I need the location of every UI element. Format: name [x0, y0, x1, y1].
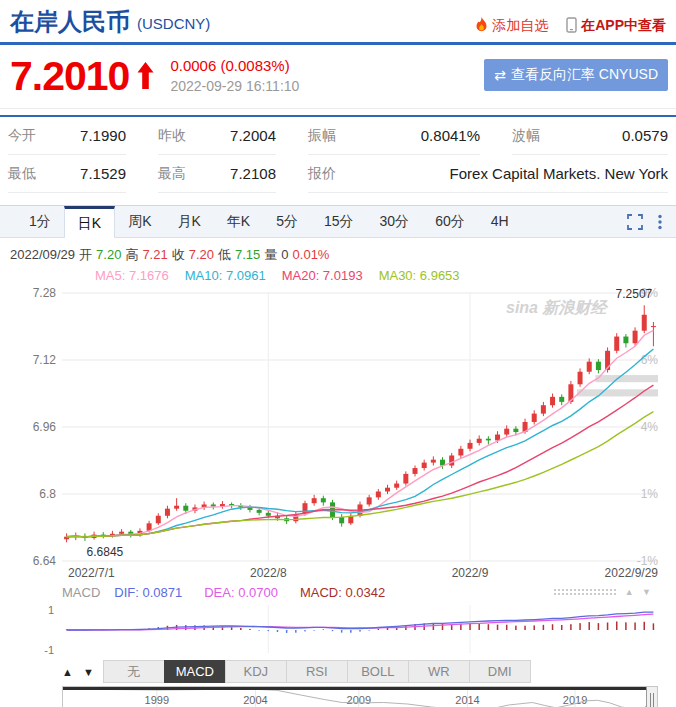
- main-candlestick-chart[interactable]: 7.287.126.966.86.64sina 新浪财经9%6%4%1%-1%6…: [0, 283, 676, 583]
- info-label: 量: [264, 247, 277, 262]
- stat-cell-0-0: 今开7.1990: [8, 117, 126, 155]
- stats-table: 今开7.1990昨收7.2004振幅0.8041%波幅0.0579最低7.152…: [0, 115, 676, 193]
- indicator-button-6[interactable]: DMI: [469, 660, 531, 683]
- tab-3[interactable]: 月K: [164, 206, 213, 237]
- stat-value: 7.1529: [80, 165, 126, 182]
- add-watchlist-button[interactable]: 添加自选: [475, 15, 548, 35]
- candle: [165, 509, 170, 516]
- macd-legend-item: DIF: 0.0871: [114, 585, 182, 600]
- stat-row: 今开7.1990昨收7.2004振幅0.8041%波幅0.0579: [8, 117, 668, 155]
- stat-cell-0-1: 昨收7.2004: [158, 117, 276, 155]
- tab-5[interactable]: 5分: [263, 206, 311, 237]
- page-title: 在岸人民币: [10, 9, 130, 35]
- reverse-rate-button[interactable]: ⇄ 查看反向汇率 CNYUSD: [484, 59, 668, 91]
- svg-text:7.12: 7.12: [33, 353, 57, 367]
- tab-9[interactable]: 4H: [478, 206, 522, 237]
- macd-chart[interactable]: 1-1: [0, 601, 676, 657]
- tab-0[interactable]: 1分: [16, 206, 64, 237]
- info-value: 0.01%: [293, 247, 330, 262]
- candle: [596, 362, 601, 370]
- candle: [119, 532, 124, 534]
- info-label: 开: [79, 247, 92, 262]
- dif-line: [67, 612, 654, 630]
- indicator-button-0[interactable]: 无: [103, 660, 165, 683]
- scroll-down-button[interactable]: ▼: [83, 666, 94, 678]
- ma-legend: MA5: 7.1676MA10: 7.0961MA20: 7.0193MA30:…: [0, 264, 676, 283]
- candle: [468, 443, 473, 449]
- svg-text:6.64: 6.64: [33, 554, 57, 568]
- candle: [541, 405, 546, 413]
- info-label: 低: [218, 247, 231, 262]
- macd-legend-item: MACD: 0.0342: [300, 585, 385, 600]
- indicator-button-1[interactable]: MACD: [164, 660, 226, 683]
- indicator-button-3[interactable]: RSI: [286, 660, 348, 683]
- candle: [183, 506, 188, 511]
- stat-row: 最低7.1529最高7.2108报价Forex Capital Markets.…: [8, 155, 668, 193]
- candle: [394, 484, 399, 488]
- indicator-button-5[interactable]: WR: [408, 660, 470, 683]
- svg-text:1999: 1999: [145, 694, 169, 706]
- candle: [403, 474, 408, 484]
- flame-icon: [475, 17, 488, 33]
- navigator-selection-bar: [63, 687, 646, 690]
- symbol-code: (USDCNY): [137, 13, 210, 35]
- ma-legend-item: MA30: 6.9653: [379, 268, 460, 283]
- svg-text:6%: 6%: [641, 353, 659, 367]
- tab-6[interactable]: 15分: [311, 206, 367, 237]
- svg-text:-1: -1: [44, 644, 54, 656]
- svg-text:2004: 2004: [243, 694, 267, 706]
- info-value: 7.20: [96, 247, 121, 262]
- stat-label: 最高: [158, 165, 186, 183]
- stat-label: 今开: [8, 127, 36, 145]
- stat-value: 0.0579: [622, 127, 668, 144]
- ma-line-30: [67, 412, 654, 537]
- candle: [477, 439, 482, 443]
- scroll-up-button[interactable]: ▲: [62, 666, 73, 678]
- svg-text:2009: 2009: [347, 694, 371, 706]
- navigator-handle[interactable]: [646, 687, 657, 707]
- fullscreen-icon[interactable]: [627, 214, 643, 230]
- stat-label: 报价: [308, 165, 336, 183]
- price-change: 0.0006 (0.0083%): [170, 57, 299, 74]
- candle: [458, 449, 463, 456]
- info-value: 7.21: [142, 247, 167, 262]
- ma-legend-item: MA10: 7.0961: [185, 268, 266, 283]
- date-range-navigator[interactable]: 19992004200920142019: [62, 686, 658, 707]
- svg-text:2022/8: 2022/8: [250, 566, 287, 580]
- svg-text:2022/9: 2022/9: [452, 566, 489, 580]
- tab-1[interactable]: 日K: [64, 206, 115, 238]
- ohlc-info-bar: 2022/09/29开7.20高7.21收7.20低7.15量00.01%: [0, 238, 676, 264]
- svg-text:2019: 2019: [563, 694, 587, 706]
- stat-value: 0.8041%: [421, 127, 480, 144]
- quote-timestamp: 2022-09-29 16:11:10: [170, 78, 299, 94]
- swap-icon: ⇄: [494, 67, 506, 83]
- info-value: 7.15: [235, 247, 260, 262]
- stat-cell-1-2: 报价Forex Capital Markets. New York: [308, 155, 668, 193]
- reverse-rate-label: 查看反向汇率 CNYUSD: [511, 66, 658, 84]
- tab-4[interactable]: 年K: [214, 206, 263, 237]
- tab-7[interactable]: 30分: [367, 206, 423, 237]
- candle: [651, 326, 656, 327]
- indicator-button-2[interactable]: KDJ: [225, 660, 287, 683]
- tab-2[interactable]: 周K: [115, 206, 164, 237]
- candle: [156, 516, 161, 524]
- indicator-button-4[interactable]: BOLL: [347, 660, 409, 683]
- candle: [532, 414, 537, 422]
- ma-legend-item: MA5: 7.1676: [95, 268, 169, 283]
- candle: [495, 435, 500, 441]
- high-annotation: 7.2507: [616, 287, 653, 301]
- candle: [422, 463, 427, 468]
- stat-cell-1-1: 最高7.2108: [158, 155, 276, 193]
- view-in-app-button[interactable]: 在APP中查看: [566, 15, 666, 35]
- more-menu-icon[interactable]: [658, 214, 662, 230]
- stat-label: 波幅: [512, 127, 540, 145]
- view-in-app-label: 在APP中查看: [581, 15, 666, 35]
- tab-8[interactable]: 60分: [422, 206, 478, 237]
- sina-watermark: sina 新浪财经: [506, 298, 608, 316]
- macd-collapse-arrows[interactable]: ▲ ▼: [625, 587, 654, 597]
- candle: [513, 429, 518, 432]
- page-header: 在岸人民币 (USDCNY) 添加自选 在APP中查看: [0, 0, 676, 45]
- stat-value: Forex Capital Markets. New York: [450, 165, 668, 182]
- candle: [449, 455, 454, 465]
- navigator-minichart: 19992004200920142019: [63, 687, 657, 707]
